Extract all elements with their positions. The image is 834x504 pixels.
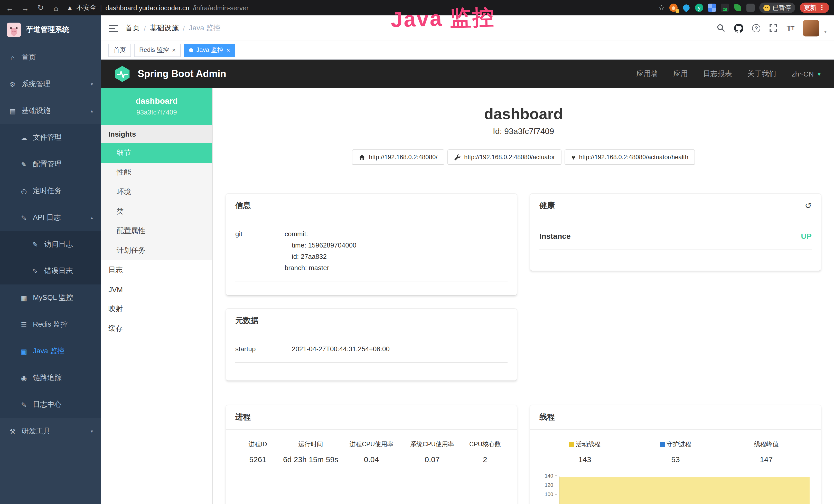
paused-badge[interactable]: 已暂停 [759, 3, 795, 13]
update-button[interactable]: 更新 ⋮ [800, 3, 829, 13]
metadata-card: 元数据 startup 2021-04-27T00:44:31.254+08:0… [226, 308, 517, 381]
extension-leaf-icon[interactable] [734, 4, 741, 11]
sba-item-caches[interactable]: 缓存 [101, 319, 212, 338]
hamburger-icon[interactable] [109, 24, 118, 31]
header-actions: ? TT ▾ [717, 20, 827, 36]
health-instance-label: Instance [540, 232, 571, 240]
sidebar-item-error-logs[interactable]: ✎ 错误日志 [0, 258, 101, 284]
sba-item-metrics[interactable]: 性能 [101, 163, 212, 182]
metadata-row-startup: startup 2021-04-27T00:44:31.254+08:00 [235, 337, 507, 363]
sidebar-item-java-monitor[interactable]: ▣ Java 监控 [0, 338, 101, 365]
sba-language-selector[interactable]: zh~CN ▼ [792, 70, 822, 78]
back-icon[interactable]: ← [5, 3, 14, 12]
sba-nav-about[interactable]: 关于我们 [747, 69, 776, 78]
sidebar-item-config-management[interactable]: ✎ 配置管理 [0, 151, 101, 178]
sidebar-item-log-center[interactable]: ✎ 日志中心 [0, 391, 101, 418]
extensions-puzzle-icon[interactable] [746, 4, 755, 12]
threads-legend: 活动线程 143 守护进程 [540, 434, 812, 467]
instance-links: http://192.168.0.2:48080/ http://192.168… [226, 150, 821, 165]
info-row-git: git commit: time: 1596289704000 id: 27aa… [235, 222, 507, 281]
extension-drop-icon[interactable] [682, 3, 691, 12]
actuator-url-button[interactable]: http://192.168.0.2:48080/actuator [447, 150, 562, 165]
breadcrumb-infrastructure[interactable]: 基础设施 [150, 23, 179, 32]
sba-logo-icon[interactable] [113, 65, 131, 83]
sba-item-scheduled-tasks[interactable]: 计划任务 [101, 241, 212, 260]
search-icon[interactable] [717, 24, 725, 32]
tags-view-bar: 首页 Redis 监控 × Java 监控 × [101, 41, 834, 60]
sba-item-config-props[interactable]: 配置属性 [101, 221, 212, 241]
help-icon[interactable]: ? [752, 24, 760, 32]
sba-detail-content: dashboard Id: 93a3fc7f7409 http://192.16… [213, 88, 834, 504]
address-bar[interactable]: ▲ 不安全 | dashboard.yudao.iocoder.cn/infra… [67, 3, 652, 12]
sba-item-environment[interactable]: 环境 [101, 182, 212, 202]
sba-nav-journal[interactable]: 日志报表 [703, 69, 732, 78]
close-icon[interactable]: × [226, 47, 230, 53]
sba-item-details[interactable]: 细节 [101, 143, 212, 163]
sba-section-insights: Insights [101, 125, 212, 143]
home-icon [358, 154, 365, 160]
paused-label: 已暂停 [773, 3, 791, 12]
user-avatar[interactable] [803, 20, 820, 36]
sidebar-item-redis-monitor[interactable]: ☰ Redis 监控 [0, 311, 101, 338]
health-url-button[interactable]: ♥ http://192.168.0.2:48080/actuator/heal… [565, 150, 695, 165]
tools-icon: ⚒ [8, 428, 17, 435]
chevron-up-icon: ▴ [91, 108, 93, 113]
metadata-card-header: 元数据 [226, 308, 517, 333]
browser-home-icon[interactable]: ⌂ [51, 3, 61, 12]
sba-nav-wallboard[interactable]: 应用墙 [636, 69, 658, 78]
fullscreen-icon[interactable] [769, 24, 778, 32]
metric-cpu-cores: CPU核心数 2 [463, 440, 507, 464]
avatar-caret-icon[interactable]: ▾ [824, 29, 827, 36]
sba-nav-applications[interactable]: 应用 [674, 69, 688, 78]
sba-item-jvm[interactable]: JVM [101, 280, 212, 299]
extension-on-icon[interactable]: on [721, 4, 729, 12]
close-icon[interactable]: × [172, 47, 176, 53]
sidebar-item-scheduled-tasks[interactable]: ◴ 定时任务 [0, 178, 101, 204]
history-icon[interactable]: ↺ [805, 201, 812, 210]
tab-java-monitor[interactable]: Java 监控 × [184, 43, 235, 57]
sidebar-item-infrastructure[interactable]: ▤ 基础设施 ▴ [0, 97, 101, 124]
metric-system-cpu: 系统CPU使用率 0.07 [402, 440, 463, 464]
chevron-down-icon: ▾ [91, 82, 93, 87]
extension-grid-icon[interactable] [708, 4, 716, 12]
wrench-icon [454, 154, 461, 160]
service-url-button[interactable]: http://192.168.0.2:48080/ [352, 150, 444, 165]
reload-icon[interactable]: ↻ [36, 3, 45, 12]
breadcrumb-home[interactable]: 首页 [125, 23, 140, 32]
sidebar-item-system[interactable]: ⚙ 系统管理 ▾ [0, 71, 101, 97]
forward-icon[interactable]: → [21, 3, 30, 12]
breadcrumb: 首页 / 基础设施 / Java 监控 [125, 23, 221, 32]
info-value: commit: time: 1596289704000 id: 27aa832 … [285, 229, 356, 274]
browser-window: ← → ↻ ⌂ ▲ 不安全 | dashboard.yudao.iocoder.… [0, 0, 834, 504]
threads-card: 线程 活动线程 [530, 405, 821, 504]
tab-home[interactable]: 首页 [108, 43, 131, 57]
sba-brand-title[interactable]: Spring Boot Admin [138, 68, 226, 79]
sidebar-item-file-management[interactable]: ☁ 文件管理 [0, 124, 101, 151]
browser-menu-icon[interactable]: ⋮ [819, 4, 825, 11]
metadata-value: 2021-04-27T00:44:31.254+08:00 [292, 344, 390, 355]
cloud-icon: ☁ [20, 134, 28, 141]
sidebar-item-home[interactable]: ⌂ 首页 [0, 44, 101, 71]
github-icon[interactable] [734, 23, 743, 32]
error-log-icon: ✎ [31, 267, 40, 275]
extension-y-icon[interactable]: y [695, 4, 703, 12]
instance-header: dashboard 93a3fc7f7409 [101, 88, 212, 125]
sba-item-logs[interactable]: 日志 [101, 260, 212, 280]
extension-fox-icon[interactable] [670, 4, 678, 12]
tab-redis-monitor[interactable]: Redis 监控 × [134, 43, 181, 57]
sidebar-item-dev-tools[interactable]: ⚒ 研发工具 ▾ [0, 418, 101, 445]
font-size-icon[interactable]: TT [787, 24, 794, 32]
sba-item-mappings[interactable]: 映射 [101, 299, 212, 319]
breadcrumb-current: Java 监控 [189, 23, 221, 32]
health-instance-row[interactable]: Instance UP [540, 222, 812, 250]
sidebar-item-mysql-monitor[interactable]: ▦ MySQL 监控 [0, 284, 101, 311]
api-log-icon: ✎ [20, 214, 28, 222]
app-logo-row[interactable]: 芋道管理系统 [0, 16, 101, 44]
timer-icon: ◴ [20, 187, 28, 195]
sba-item-classes[interactable]: 类 [101, 202, 212, 221]
sidebar-item-api-logs[interactable]: ✎ API 日志 ▴ [0, 204, 101, 231]
bookmark-star-icon[interactable]: ☆ [658, 4, 665, 12]
sidebar-item-access-logs[interactable]: ✎ 访问日志 [0, 231, 101, 258]
sidebar-item-trace[interactable]: ◉ 链路追踪 [0, 365, 101, 391]
update-label: 更新 [804, 3, 816, 12]
